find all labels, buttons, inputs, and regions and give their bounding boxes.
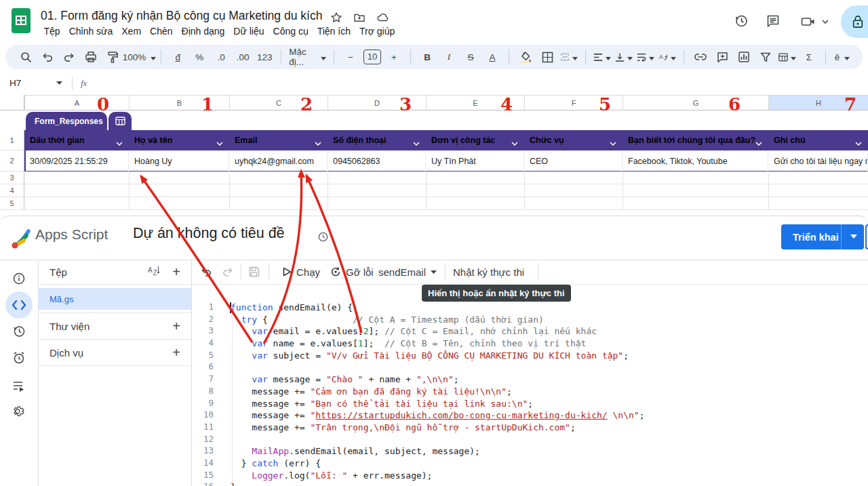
horizontal-align-icon[interactable] [593,48,611,66]
format-currency[interactable]: đ [169,48,186,66]
font-size-box[interactable]: 10 [363,48,381,66]
add-service-icon[interactable]: + [172,345,180,361]
name-box[interactable]: H7 [0,78,68,88]
vertical-align-icon[interactable] [615,48,633,66]
table-header-cell[interactable]: Email [229,130,328,150]
paint-format-icon[interactable] [104,48,121,66]
menu-7[interactable]: Công cụ [269,24,313,38]
format-percent[interactable]: % [191,48,208,66]
menu-4[interactable]: Chèn [146,24,177,38]
merge-cells-icon[interactable] [560,48,578,66]
cell-B2[interactable]: Hoàng Uy [129,150,229,171]
apps-script-logo[interactable] [9,224,34,254]
table-header-cell[interactable]: Chức vụ [524,130,623,150]
menu-3[interactable]: Xem [117,24,146,38]
increase-font-size[interactable]: + [385,48,403,66]
font-select[interactable]: Mặc đị... [289,48,326,66]
meet-icon[interactable] [800,14,829,29]
menu-1[interactable]: Tệp [39,24,64,38]
table-header-cell[interactable]: Dấu thời gian [24,130,129,150]
text-wrap-icon[interactable] [637,48,654,66]
cell-H2[interactable]: Gửi cho tôi tài liệu ngay n [768,150,868,171]
input-tools-icon[interactable]: ê [833,48,851,66]
execution-log-button[interactable]: Nhật ký thực thi [453,260,524,284]
menu-5[interactable]: Định dạng [177,24,229,38]
cell-A2[interactable]: 30/09/2025 21:55:29 [24,150,129,171]
editor-icon[interactable] [5,291,33,319]
row-header-2[interactable]: 2 [0,150,24,171]
deploy-button[interactable]: Triển khai [781,224,864,249]
filter-icon[interactable] [757,48,774,66]
row-header-4[interactable]: 4 [0,184,24,197]
table-header-cell[interactable]: Ghi chú [768,130,868,150]
add-library-icon[interactable]: + [172,319,180,334]
comments-icon[interactable] [766,14,781,28]
italic-button[interactable]: I [440,48,458,66]
debug-button[interactable]: Gỡ lỗi [330,260,374,284]
libraries-row[interactable]: Thư viện+ [38,312,191,339]
grid-corner[interactable] [0,95,24,110]
menu-2[interactable]: Chỉnh sửa [64,24,117,38]
sum-functions-icon[interactable]: Σ [800,48,818,66]
function-select[interactable]: sendEmail [378,260,437,284]
menu-9[interactable]: Trợ giúp [355,24,399,38]
apps-script-brand[interactable]: Apps Script [35,226,108,243]
cell-E2[interactable]: Uy Tín Phát [426,150,524,171]
decrease-font-size[interactable]: − [342,48,359,66]
column-header-C[interactable]: C [229,95,328,110]
project-history-icon[interactable] [5,318,33,345]
sheet-tab[interactable]: Form_Responses [26,112,107,130]
undo-icon[interactable] [200,260,212,284]
row-header-5[interactable]: 5 [0,197,24,210]
table-header-cell[interactable]: Số điện thoại [328,130,426,150]
table-header-cell[interactable]: Đơn vị công tác [426,130,524,150]
triggers-icon[interactable] [5,344,33,371]
move-folder-icon[interactable] [353,12,366,24]
executions-icon[interactable] [5,372,33,399]
increase-decimals[interactable]: .00 [234,48,252,66]
document-title[interactable]: 01. Form đăng ký nhận Bộ công cụ Marketi… [41,9,322,23]
strikethrough-button[interactable]: S [462,48,479,66]
bold-button[interactable]: B [418,48,436,66]
row-header-3[interactable]: 3 [0,171,24,184]
insert-link-icon[interactable] [692,48,709,66]
table-header-cell[interactable]: Bạn biết tới chúng tôi qua đâu? [623,130,768,150]
cloud-status-icon[interactable] [376,12,390,24]
menu-8[interactable]: Tiện ích [313,24,355,38]
redo-icon[interactable] [222,260,234,284]
services-row[interactable]: Dịch vụ+ [38,339,191,365]
version-history-icon[interactable] [734,14,749,28]
run-button[interactable]: Chạy [282,260,320,284]
file-item-selected[interactable]: Mã.gs [38,288,191,310]
insert-comment-icon[interactable] [713,48,731,66]
menu-6[interactable]: Dữ liệu [229,24,269,38]
column-header-B[interactable]: B [129,95,229,110]
undo-icon[interactable] [39,48,56,66]
share-button[interactable] [841,5,868,38]
borders-icon[interactable] [538,48,556,66]
code-editor[interactable]: function sendEmail(e) { try { // Cột A =… [231,302,645,486]
sheets-logo[interactable] [12,8,31,33]
cell-F2[interactable]: CEO [524,150,623,171]
search-icon[interactable] [17,48,35,66]
decrease-decimals[interactable]: .0 [212,48,230,66]
cell-C2[interactable]: uyhqk24@gmail.com [229,150,328,171]
save-icon[interactable] [248,260,260,284]
redo-icon[interactable] [60,48,78,66]
table-icon-tab[interactable] [108,112,132,130]
table-view-icon[interactable] [778,48,796,66]
insert-chart-icon[interactable] [735,48,753,66]
cell-G2[interactable]: Facebook, Tiktok, Youtube [623,150,768,171]
table-header-cell[interactable]: Họ và tên [129,130,229,150]
cell-D2[interactable]: 0945062863 [328,150,426,171]
text-color-button[interactable]: A [484,48,501,66]
column-header-A[interactable]: A [24,95,129,110]
print-icon[interactable] [82,48,100,66]
column-header-G[interactable]: G [623,95,768,110]
star-icon[interactable] [330,12,342,24]
row-header-1[interactable]: 1 [0,130,24,150]
settings-gear-icon[interactable] [5,398,33,425]
more-formats[interactable]: 123 [256,48,273,66]
project-title[interactable]: Dự án không có tiêu đề [133,225,285,242]
fill-color-icon[interactable] [517,48,534,66]
